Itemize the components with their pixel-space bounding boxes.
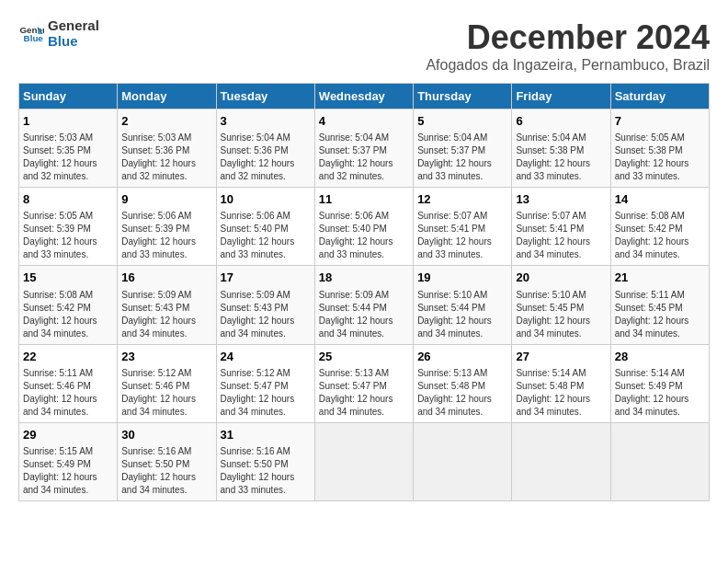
- cell-info: Sunrise: 5:09 AMSunset: 5:44 PMDaylight:…: [319, 289, 409, 340]
- calendar-cell: 5Sunrise: 5:04 AMSunset: 5:37 PMDaylight…: [414, 109, 512, 188]
- day-number: 7: [615, 113, 705, 130]
- day-number: 26: [417, 349, 507, 365]
- calendar-cell: [512, 422, 610, 500]
- header-cell-monday: Monday: [118, 84, 216, 109]
- calendar-cell: 9Sunrise: 5:06 AMSunset: 5:39 PMDaylight…: [118, 188, 216, 266]
- day-number: 13: [516, 191, 606, 208]
- day-number: 16: [121, 270, 211, 286]
- cell-info: Sunrise: 5:07 AMSunset: 5:41 PMDaylight:…: [516, 210, 606, 261]
- calendar-table: SundayMondayTuesdayWednesdayThursdayFrid…: [18, 83, 710, 501]
- calendar-cell: 29Sunrise: 5:15 AMSunset: 5:49 PMDayligh…: [19, 422, 118, 500]
- day-number: 5: [417, 113, 507, 130]
- day-number: 15: [23, 270, 113, 286]
- day-number: 20: [516, 270, 606, 286]
- calendar-cell: [610, 422, 709, 500]
- calendar-cell: 16Sunrise: 5:09 AMSunset: 5:43 PMDayligh…: [118, 266, 216, 344]
- day-number: 22: [23, 349, 113, 365]
- calendar-cell: 25Sunrise: 5:13 AMSunset: 5:47 PMDayligh…: [314, 344, 413, 422]
- header-cell-friday: Friday: [512, 84, 610, 109]
- day-number: 23: [121, 349, 211, 365]
- header-cell-wednesday: Wednesday: [314, 84, 413, 109]
- calendar-cell: 11Sunrise: 5:06 AMSunset: 5:40 PMDayligh…: [314, 188, 413, 266]
- calendar-cell: 15Sunrise: 5:08 AMSunset: 5:42 PMDayligh…: [19, 266, 118, 344]
- calendar-cell: 22Sunrise: 5:11 AMSunset: 5:46 PMDayligh…: [19, 344, 118, 422]
- cell-info: Sunrise: 5:13 AMSunset: 5:48 PMDaylight:…: [417, 367, 507, 419]
- page-header: General Blue General Blue December 2024 …: [18, 18, 710, 74]
- logo-icon: General Blue: [18, 21, 44, 47]
- cell-info: Sunrise: 5:14 AMSunset: 5:49 PMDaylight:…: [615, 367, 705, 419]
- day-number: 28: [615, 349, 705, 365]
- calendar-cell: 17Sunrise: 5:09 AMSunset: 5:43 PMDayligh…: [216, 266, 314, 344]
- day-number: 12: [417, 191, 507, 208]
- calendar-cell: [414, 422, 512, 500]
- calendar-cell: 26Sunrise: 5:13 AMSunset: 5:48 PMDayligh…: [414, 344, 512, 422]
- header-cell-thursday: Thursday: [414, 84, 512, 109]
- calendar-cell: [314, 422, 413, 500]
- title-section: December 2024 Afogados da Ingazeira, Per…: [426, 18, 710, 74]
- day-number: 25: [319, 349, 409, 365]
- cell-info: Sunrise: 5:03 AMSunset: 5:36 PMDaylight:…: [121, 132, 211, 183]
- day-number: 8: [23, 191, 113, 208]
- day-number: 11: [319, 191, 409, 208]
- calendar-cell: 7Sunrise: 5:05 AMSunset: 5:38 PMDaylight…: [610, 109, 709, 188]
- calendar-week-row: 29Sunrise: 5:15 AMSunset: 5:49 PMDayligh…: [19, 422, 710, 500]
- calendar-week-row: 22Sunrise: 5:11 AMSunset: 5:46 PMDayligh…: [19, 344, 710, 422]
- calendar-cell: 13Sunrise: 5:07 AMSunset: 5:41 PMDayligh…: [512, 188, 610, 266]
- cell-info: Sunrise: 5:06 AMSunset: 5:40 PMDaylight:…: [319, 210, 409, 261]
- day-number: 3: [221, 113, 311, 130]
- logo-line2: Blue: [48, 34, 99, 50]
- calendar-cell: 4Sunrise: 5:04 AMSunset: 5:37 PMDaylight…: [314, 109, 413, 188]
- header-cell-saturday: Saturday: [610, 84, 709, 109]
- calendar-cell: 8Sunrise: 5:05 AMSunset: 5:39 PMDaylight…: [19, 188, 118, 266]
- calendar-cell: 10Sunrise: 5:06 AMSunset: 5:40 PMDayligh…: [216, 188, 314, 266]
- cell-info: Sunrise: 5:04 AMSunset: 5:37 PMDaylight:…: [319, 132, 409, 183]
- calendar-cell: 24Sunrise: 5:12 AMSunset: 5:47 PMDayligh…: [216, 344, 314, 422]
- cell-info: Sunrise: 5:04 AMSunset: 5:37 PMDaylight:…: [417, 132, 507, 183]
- cell-info: Sunrise: 5:06 AMSunset: 5:39 PMDaylight:…: [121, 210, 211, 261]
- calendar-cell: 1Sunrise: 5:03 AMSunset: 5:35 PMDaylight…: [19, 109, 118, 188]
- cell-info: Sunrise: 5:09 AMSunset: 5:43 PMDaylight:…: [121, 289, 211, 340]
- calendar-title: December 2024: [426, 18, 710, 57]
- cell-info: Sunrise: 5:05 AMSunset: 5:38 PMDaylight:…: [615, 132, 705, 183]
- day-number: 29: [23, 427, 113, 443]
- cell-info: Sunrise: 5:12 AMSunset: 5:46 PMDaylight:…: [121, 367, 211, 419]
- cell-info: Sunrise: 5:08 AMSunset: 5:42 PMDaylight:…: [23, 289, 113, 340]
- cell-info: Sunrise: 5:12 AMSunset: 5:47 PMDaylight:…: [221, 367, 311, 419]
- calendar-cell: 19Sunrise: 5:10 AMSunset: 5:44 PMDayligh…: [414, 266, 512, 344]
- day-number: 10: [221, 191, 311, 208]
- day-number: 1: [23, 113, 113, 130]
- calendar-week-row: 1Sunrise: 5:03 AMSunset: 5:35 PMDaylight…: [19, 109, 710, 188]
- day-number: 14: [615, 191, 705, 208]
- cell-info: Sunrise: 5:07 AMSunset: 5:41 PMDaylight:…: [417, 210, 507, 261]
- cell-info: Sunrise: 5:15 AMSunset: 5:49 PMDaylight:…: [23, 445, 113, 497]
- calendar-cell: 12Sunrise: 5:07 AMSunset: 5:41 PMDayligh…: [414, 188, 512, 266]
- cell-info: Sunrise: 5:16 AMSunset: 5:50 PMDaylight:…: [221, 445, 311, 497]
- day-number: 2: [121, 113, 211, 130]
- cell-info: Sunrise: 5:09 AMSunset: 5:43 PMDaylight:…: [221, 289, 311, 340]
- cell-info: Sunrise: 5:04 AMSunset: 5:36 PMDaylight:…: [221, 132, 311, 183]
- cell-info: Sunrise: 5:14 AMSunset: 5:48 PMDaylight:…: [516, 367, 606, 419]
- cell-info: Sunrise: 5:13 AMSunset: 5:47 PMDaylight:…: [319, 367, 409, 419]
- calendar-cell: 31Sunrise: 5:16 AMSunset: 5:50 PMDayligh…: [216, 422, 314, 500]
- header-cell-tuesday: Tuesday: [216, 84, 314, 109]
- calendar-cell: 20Sunrise: 5:10 AMSunset: 5:45 PMDayligh…: [512, 266, 610, 344]
- calendar-cell: 21Sunrise: 5:11 AMSunset: 5:45 PMDayligh…: [610, 266, 709, 344]
- calendar-week-row: 15Sunrise: 5:08 AMSunset: 5:42 PMDayligh…: [19, 266, 710, 344]
- cell-info: Sunrise: 5:08 AMSunset: 5:42 PMDaylight:…: [615, 210, 705, 261]
- calendar-cell: 28Sunrise: 5:14 AMSunset: 5:49 PMDayligh…: [610, 344, 709, 422]
- cell-info: Sunrise: 5:10 AMSunset: 5:45 PMDaylight:…: [516, 289, 606, 340]
- svg-text:Blue: Blue: [24, 33, 44, 43]
- day-number: 6: [516, 113, 606, 130]
- calendar-cell: 18Sunrise: 5:09 AMSunset: 5:44 PMDayligh…: [314, 266, 413, 344]
- cell-info: Sunrise: 5:05 AMSunset: 5:39 PMDaylight:…: [23, 210, 113, 261]
- cell-info: Sunrise: 5:06 AMSunset: 5:40 PMDaylight:…: [221, 210, 311, 261]
- day-number: 30: [121, 427, 211, 443]
- day-number: 4: [319, 113, 409, 130]
- cell-info: Sunrise: 5:11 AMSunset: 5:45 PMDaylight:…: [615, 289, 705, 340]
- calendar-cell: 2Sunrise: 5:03 AMSunset: 5:36 PMDaylight…: [118, 109, 216, 188]
- day-number: 9: [121, 191, 211, 208]
- day-number: 17: [221, 270, 311, 286]
- logo-line1: General: [48, 18, 99, 34]
- cell-info: Sunrise: 5:04 AMSunset: 5:38 PMDaylight:…: [516, 132, 606, 183]
- calendar-subtitle: Afogados da Ingazeira, Pernambuco, Brazi…: [426, 57, 710, 74]
